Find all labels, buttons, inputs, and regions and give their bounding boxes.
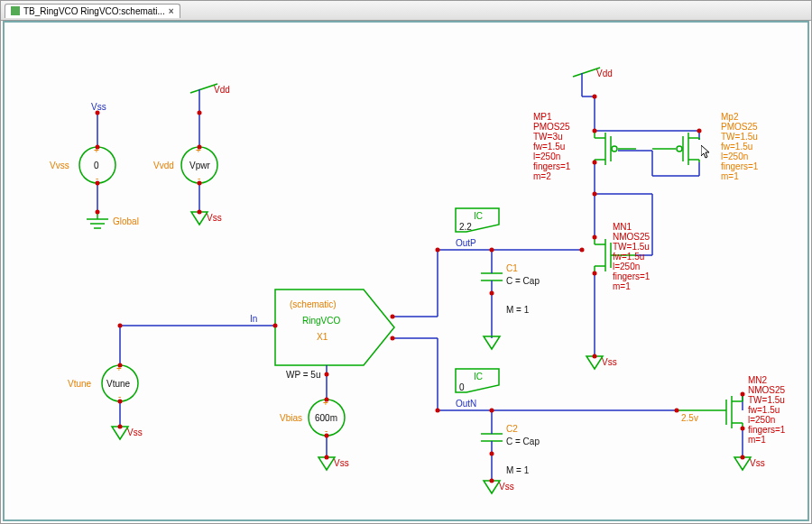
tab-bar: TB_RingVCO RingVCO:schemati... × — [1, 1, 811, 21]
global-lbl: Global — [113, 216, 139, 226]
svg-text:fw=1.5u: fw=1.5u — [748, 405, 780, 415]
svg-point-142 — [273, 324, 278, 328]
ic-flag-outn[interactable]: IC 0 — [456, 369, 499, 392]
block-kind: (schematic) — [290, 299, 337, 309]
svg-text:fingers=1: fingers=1 — [721, 161, 759, 171]
block-name: RingVCO — [302, 316, 340, 326]
vtune-name: Vtune — [68, 379, 92, 389]
svg-text:l=250n: l=250n — [613, 262, 640, 271]
svg-point-157 — [675, 409, 679, 413]
tab-close-icon[interactable]: × — [169, 6, 174, 16]
vbias-name: Vbias — [280, 413, 302, 423]
probe-label: 2.5v — [681, 413, 698, 423]
svg-text:NMOS25: NMOS25 — [613, 232, 651, 242]
svg-text:IC: IC — [474, 372, 483, 382]
svg-point-156 — [490, 409, 494, 413]
svg-point-155 — [436, 409, 440, 413]
svg-point-147 — [325, 398, 329, 402]
schematic-canvas[interactable]: Vdd Vdd Vss Vss Vss Vss Vss Vss — [3, 21, 809, 521]
svg-point-150 — [391, 315, 395, 319]
svg-point-77 — [612, 146, 617, 152]
svg-text:m=1: m=1 — [613, 281, 631, 291]
svg-point-152 — [436, 248, 440, 253]
svg-text:M = 1: M = 1 — [506, 465, 530, 475]
svg-text:IC: IC — [474, 211, 483, 221]
svg-text:C = Cap: C = Cap — [506, 276, 540, 286]
net-vdd-1: Vdd — [596, 69, 613, 78]
tab-title: TB_RingVCO RingVCO:schemati... — [23, 6, 165, 16]
cap-c1[interactable]: C1 C = Cap M = 1 — [481, 263, 540, 315]
svg-point-162 — [593, 129, 597, 133]
mos-mp2[interactable] — [652, 133, 699, 165]
svg-point-140 — [198, 210, 202, 215]
cap-c2[interactable]: C2 C = Cap M = 1 — [481, 424, 540, 475]
vss-lbl-2: Vss — [334, 458, 349, 468]
svg-point-170 — [741, 427, 745, 431]
svg-text:TW=1.5u: TW=1.5u — [613, 242, 650, 252]
net-in: In — [250, 314, 257, 324]
svg-text:TW=1.5u: TW=1.5u — [748, 395, 785, 405]
svg-point-137 — [198, 111, 202, 115]
svg-text:TW=3u: TW=3u — [533, 132, 563, 142]
svg-text:fw=1.5u: fw=1.5u — [533, 142, 565, 152]
vss-lbl-5: Vss — [750, 458, 765, 468]
gnd-earth — [87, 212, 108, 228]
mos-mn2[interactable] — [677, 394, 743, 428]
svg-point-151 — [391, 336, 395, 341]
svg-text:l=250n: l=250n — [748, 415, 775, 425]
block-ringvco[interactable]: (schematic) RingVCO X1 WP = 5u — [275, 290, 394, 380]
app-window: TB_RingVCO RingVCO:schemati... × — [0, 0, 812, 524]
svg-text:fingers=1: fingers=1 — [533, 161, 571, 171]
mos-mp1[interactable] — [595, 131, 636, 165]
svg-point-135 — [96, 181, 100, 186]
svg-point-146 — [325, 372, 329, 377]
vtune-comp: Vtune — [106, 379, 131, 389]
svg-text:l=250n: l=250n — [721, 152, 748, 161]
svg-point-134 — [96, 145, 100, 150]
mp1-labels: MP1 PMOS25 TW=3u fw=1.5u l=250n fingers=… — [533, 112, 571, 181]
svg-text:fingers=1: fingers=1 — [613, 271, 651, 281]
vsrc-vvdd[interactable]: Vpwr Vvdd + - — [153, 145, 217, 183]
net-vss-top: Vss — [91, 102, 106, 112]
schematic-svg: Vdd Vdd Vss Vss Vss Vss Vss Vss — [5, 23, 809, 521]
svg-point-159 — [490, 452, 494, 456]
vsrc-vvss[interactable]: 0 Vvss + - — [50, 145, 115, 183]
svg-point-92 — [677, 146, 682, 152]
svg-text:m=1: m=1 — [748, 435, 766, 445]
svg-point-168 — [593, 354, 597, 359]
vvss-val: 0 — [94, 161, 99, 170]
vss-lbl-3: Vss — [602, 357, 617, 367]
svg-text:C2: C2 — [506, 424, 518, 434]
svg-point-141 — [118, 324, 123, 328]
svg-text:MN1: MN1 — [613, 222, 632, 232]
ic-flag-outp[interactable]: IC 2.2 — [456, 208, 499, 232]
block-inst: X1 — [317, 332, 328, 342]
vsrc-vbias[interactable]: 600m Vbias + - — [280, 398, 345, 436]
svg-point-158 — [490, 291, 494, 296]
vss-lbl-0: Vss — [207, 213, 222, 223]
svg-text:2.2: 2.2 — [459, 222, 472, 232]
svg-text:TW=1.5u: TW=1.5u — [721, 132, 758, 142]
schematic-file-icon — [11, 6, 20, 15]
svg-text:M = 1: M = 1 — [506, 305, 530, 315]
svg-point-164 — [593, 161, 597, 165]
svg-point-136 — [96, 210, 100, 215]
svg-point-138 — [198, 145, 202, 150]
svg-text:C = Cap: C = Cap — [506, 437, 540, 446]
vvss-name: Vvss — [50, 161, 69, 170]
svg-point-154 — [580, 248, 585, 253]
svg-point-145 — [118, 425, 123, 429]
svg-point-149 — [325, 455, 329, 460]
svg-point-171 — [741, 455, 745, 460]
svg-point-163 — [697, 129, 702, 133]
vvdd-name: Vvdd — [153, 161, 174, 170]
svg-text:fw=1.5u: fw=1.5u — [721, 142, 752, 152]
svg-point-166 — [593, 235, 597, 240]
vbias-val: 600m — [315, 413, 337, 423]
svg-text:fingers=1: fingers=1 — [748, 425, 786, 435]
vsrc-vtune[interactable]: Vtune Vtune + - — [68, 363, 138, 401]
svg-point-133 — [96, 111, 100, 115]
tab-schematic[interactable]: TB_RingVCO RingVCO:schemati... × — [5, 4, 180, 18]
svg-text:l=250n: l=250n — [533, 152, 560, 161]
svg-point-169 — [741, 392, 745, 397]
